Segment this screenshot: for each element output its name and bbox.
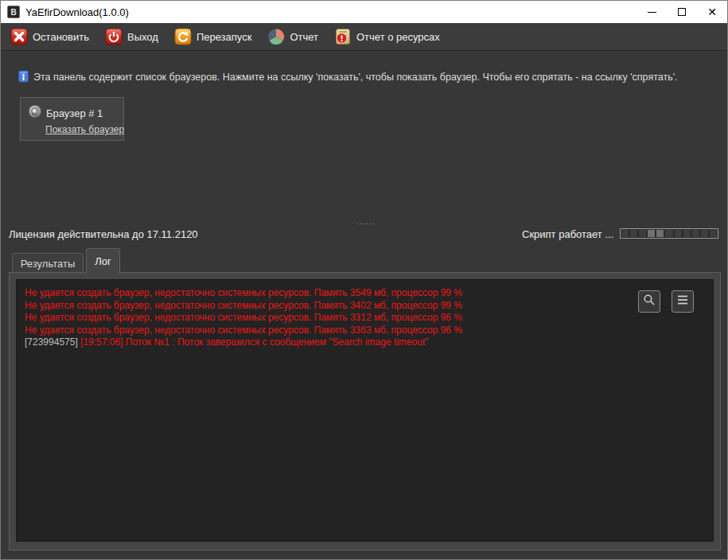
window-title: YaEfirDownload(1.0.0) (25, 6, 129, 18)
minimize-button[interactable] (637, 1, 667, 23)
progress-segment (648, 230, 656, 237)
log-error-line: Не удается создать браузер, недостаточно… (25, 300, 713, 313)
log-thread-message: [19:57:06] Поток №1 : Поток завершился с… (80, 336, 428, 348)
script-status-label: Скрипт работает ... (522, 228, 613, 240)
progress-segment (701, 230, 709, 237)
splitter-grip[interactable]: ...... (356, 216, 376, 226)
maximize-icon (678, 8, 686, 16)
log-thread-line: [723994575] [19:57:06] Поток №1 : Поток … (25, 336, 713, 349)
browser-title: Браузер # 1 (46, 107, 103, 119)
tab-log[interactable]: Лог (86, 248, 120, 273)
application-window: B YaEfirDownload(1.0.0) ✕ Остановить (0, 0, 728, 560)
restart-button[interactable]: Перезапуск (174, 28, 252, 45)
log-thread-id: [723994575] (25, 336, 78, 348)
progress-segment (630, 230, 638, 237)
exit-button[interactable]: Выход (105, 28, 158, 45)
title-bar: B YaEfirDownload(1.0.0) ✕ (1, 1, 727, 23)
progress-segment (675, 230, 683, 237)
log-error-line: Не удается создать браузер, недостаточно… (25, 287, 713, 300)
toolbar: Остановить Выход (1, 23, 727, 51)
close-icon: ✕ (707, 6, 717, 18)
list-lines-icon (676, 294, 689, 309)
log-tab-panel: Не удается создать браузер, недостаточно… (9, 272, 721, 550)
progress-segment (621, 230, 629, 237)
log-toolbar (638, 290, 694, 313)
report-button[interactable]: Отчет (267, 28, 318, 45)
license-label: Лицензия действительна до 17.11.2120 (9, 228, 198, 240)
progress-segment (665, 230, 673, 237)
chrome-browser-icon (28, 104, 42, 122)
tab-results[interactable]: Результаты (12, 253, 84, 273)
progress-segment (639, 230, 647, 237)
report-button-label: Отчет (290, 31, 318, 43)
info-bar: Эта панель содержит список браузеров. На… (18, 70, 678, 86)
log-error-line: Не удается создать браузер, недостаточно… (25, 325, 713, 337)
log-list-button[interactable] (672, 290, 694, 313)
log-search-button[interactable] (638, 290, 660, 313)
resource-warning-icon (334, 28, 352, 45)
log-error-line: Не удается создать браузер, недостаточно… (25, 312, 713, 325)
search-icon (643, 294, 656, 309)
restart-button-label: Перезапуск (197, 31, 252, 43)
progress-segment (710, 230, 717, 237)
pie-chart-icon (267, 28, 285, 45)
stop-x-icon (10, 28, 28, 45)
show-browser-link[interactable]: Показать браузер (45, 124, 124, 135)
resource-report-button-label: Отчет о ресурсах (356, 31, 440, 43)
restart-icon (174, 28, 192, 45)
power-icon (105, 28, 123, 45)
minimize-icon (648, 12, 656, 13)
browser-panel-header: Браузер # 1 (28, 104, 103, 122)
app-icon: B (7, 6, 20, 18)
exit-button-label: Выход (127, 31, 158, 43)
log-view[interactable]: Не удается создать браузер, недостаточно… (16, 279, 714, 542)
info-bar-text: Эта панель содержит список браузеров. На… (33, 70, 678, 83)
progress-bar (620, 228, 718, 239)
window-controls: ✕ (637, 1, 727, 23)
close-button[interactable]: ✕ (697, 1, 727, 23)
info-icon (18, 70, 29, 86)
maximize-button[interactable] (667, 1, 697, 23)
progress-segment (683, 230, 691, 237)
resource-report-button[interactable]: Отчет о ресурсах (334, 28, 440, 45)
stop-button[interactable]: Остановить (10, 28, 89, 45)
progress-segment (692, 230, 700, 237)
progress-segment (656, 230, 664, 237)
browser-panel: Браузер # 1 Показать браузер (20, 97, 124, 141)
stop-button-label: Остановить (33, 31, 89, 43)
